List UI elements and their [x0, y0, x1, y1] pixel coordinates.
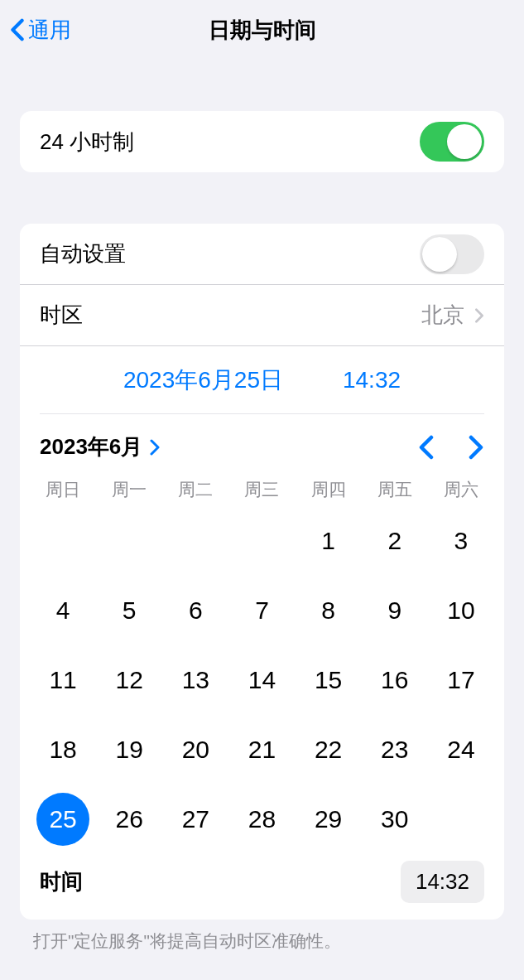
- day-number: 29: [302, 793, 355, 846]
- calendar: 2023年6月 周日周一周二周三周四周五周六 12345678910111213…: [20, 414, 504, 920]
- day-number: 9: [368, 584, 421, 637]
- toggle-auto-set[interactable]: [420, 234, 484, 274]
- day-number: 12: [103, 654, 156, 707]
- day-number: 1: [302, 514, 355, 567]
- day-cell[interactable]: 6: [162, 576, 228, 645]
- day-number: 5: [103, 584, 156, 637]
- day-number: 10: [435, 584, 488, 637]
- month-nav: [418, 435, 484, 460]
- day-cell[interactable]: 1: [296, 506, 362, 576]
- day-cell[interactable]: 4: [30, 576, 96, 645]
- day-number: 8: [302, 584, 355, 637]
- day-number: 15: [302, 654, 355, 707]
- day-cell[interactable]: 5: [96, 576, 162, 645]
- day-cell[interactable]: 22: [296, 715, 362, 784]
- day-cell[interactable]: 19: [96, 715, 162, 784]
- row-24hour: 24 小时制: [20, 111, 504, 172]
- toggle-knob: [447, 124, 482, 159]
- day-blank: [228, 506, 295, 576]
- day-cell[interactable]: 21: [228, 715, 295, 784]
- toggle-24hour[interactable]: [420, 122, 484, 162]
- day-number: 6: [169, 584, 222, 637]
- day-number: 27: [169, 793, 222, 846]
- next-month-button[interactable]: [468, 435, 484, 460]
- month-heading[interactable]: 2023年6月: [40, 432, 142, 461]
- day-cell[interactable]: 24: [428, 715, 494, 784]
- day-number: 30: [368, 793, 421, 846]
- prev-month-button[interactable]: [418, 435, 435, 460]
- day-cell[interactable]: 8: [296, 576, 362, 645]
- day-cell[interactable]: 29: [296, 784, 362, 854]
- day-cell[interactable]: 13: [162, 645, 228, 715]
- day-cell[interactable]: 27: [162, 784, 228, 854]
- calendar-header: 2023年6月: [30, 414, 494, 465]
- toggle-knob: [422, 237, 457, 272]
- time-picker[interactable]: 14:32: [401, 861, 484, 903]
- value-timezone: 北京: [421, 301, 464, 330]
- day-cell[interactable]: 7: [228, 576, 295, 645]
- chevron-left-icon: [10, 18, 25, 41]
- day-cell[interactable]: 23: [362, 715, 428, 784]
- day-number: 26: [103, 793, 156, 846]
- day-number: 18: [36, 723, 89, 776]
- day-number: 14: [235, 654, 288, 707]
- section-24hour: 24 小时制: [20, 111, 504, 172]
- weekday-label: 周二: [162, 478, 228, 501]
- day-number: 3: [435, 514, 488, 567]
- label-time: 时间: [40, 867, 401, 896]
- day-number: 23: [368, 723, 421, 776]
- day-number: 4: [36, 584, 89, 637]
- day-cell[interactable]: 15: [296, 645, 362, 715]
- weekday-label: 周六: [428, 478, 494, 501]
- section-datetime: 自动设置 时区 北京 2023年6月25日 14:32 2023年6月: [20, 224, 504, 920]
- label-timezone: 时区: [40, 301, 421, 330]
- day-blank: [30, 506, 96, 576]
- label-24hour: 24 小时制: [40, 128, 420, 157]
- day-cell[interactable]: 25: [30, 784, 96, 854]
- back-button[interactable]: 通用: [7, 12, 75, 48]
- days-grid: 1234567891011121314151617181920212223242…: [30, 506, 494, 854]
- day-number: 7: [235, 584, 288, 637]
- weekday-label: 周四: [296, 478, 362, 501]
- day-cell[interactable]: 28: [228, 784, 295, 854]
- chevron-right-icon: [149, 439, 161, 456]
- day-cell[interactable]: 17: [428, 645, 494, 715]
- current-date[interactable]: 2023年6月25日: [123, 364, 283, 396]
- day-cell[interactable]: 9: [362, 576, 428, 645]
- weekday-label: 周三: [228, 478, 295, 501]
- day-cell[interactable]: 14: [228, 645, 295, 715]
- weekday-row: 周日周一周二周三周四周五周六: [30, 465, 494, 506]
- day-number: 21: [235, 723, 288, 776]
- back-label: 通用: [28, 16, 71, 45]
- day-cell[interactable]: 12: [96, 645, 162, 715]
- day-number: 22: [302, 723, 355, 776]
- day-cell[interactable]: 3: [428, 506, 494, 576]
- day-number: 11: [36, 654, 89, 707]
- row-timezone[interactable]: 时区 北京: [20, 285, 504, 346]
- day-cell[interactable]: 30: [362, 784, 428, 854]
- weekday-label: 周五: [362, 478, 428, 501]
- weekday-label: 周日: [30, 478, 96, 501]
- day-cell[interactable]: 16: [362, 645, 428, 715]
- weekday-label: 周一: [96, 478, 162, 501]
- day-number: 24: [435, 723, 488, 776]
- day-cell[interactable]: 18: [30, 715, 96, 784]
- row-auto-set: 自动设置: [20, 224, 504, 285]
- day-cell[interactable]: 11: [30, 645, 96, 715]
- day-number: 2: [368, 514, 421, 567]
- chevron-right-icon: [474, 308, 484, 323]
- day-number: 13: [169, 654, 222, 707]
- page-title: 日期与时间: [209, 16, 316, 45]
- day-number: 25: [36, 793, 89, 846]
- day-cell[interactable]: 10: [428, 576, 494, 645]
- footnote: 打开"定位服务"将提高自动时区准确性。: [0, 920, 524, 953]
- day-blank: [96, 506, 162, 576]
- day-cell[interactable]: 2: [362, 506, 428, 576]
- day-cell[interactable]: 26: [96, 784, 162, 854]
- label-auto-set: 自动设置: [40, 239, 420, 268]
- current-time[interactable]: 14:32: [343, 367, 401, 393]
- day-blank: [162, 506, 228, 576]
- day-number: 17: [435, 654, 488, 707]
- row-time-picker: 时间 14:32: [30, 854, 494, 920]
- day-cell[interactable]: 20: [162, 715, 228, 784]
